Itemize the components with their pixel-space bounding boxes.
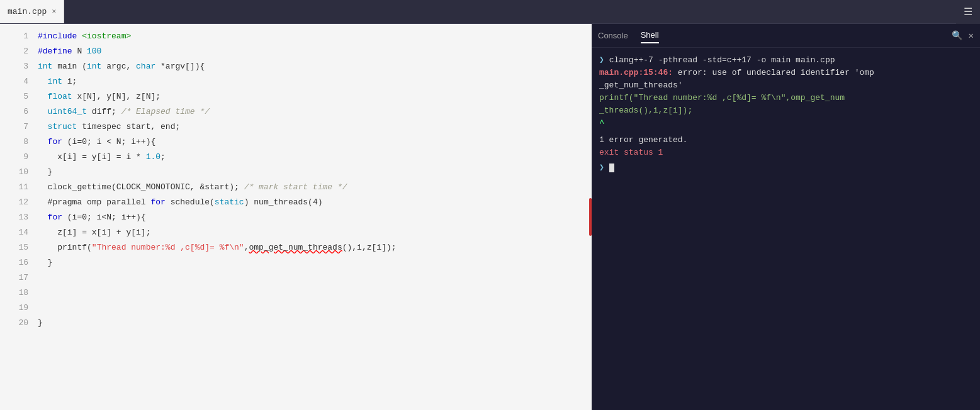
terminal-tabs-bar: Console Shell 🔍 ✕ xyxy=(592,24,980,48)
caret-indicator: ^ xyxy=(599,118,604,128)
code-snippet-2: _threads(),i,z[i]); xyxy=(599,106,692,115)
line-number-4: 4 xyxy=(6,74,28,89)
line-number-19: 19 xyxy=(6,301,28,316)
terminal-error-line2: _get_num_threads' xyxy=(599,79,972,92)
main-area: 1234567891011121314151617181920 #include… xyxy=(0,24,980,410)
editor-panel: 1234567891011121314151617181920 #include… xyxy=(0,24,592,410)
code-line-10: } xyxy=(35,165,592,180)
error-location: main.cpp:15:46: xyxy=(599,68,673,77)
tab-bar: main.cpp ✕ ☰ xyxy=(0,0,980,24)
error-count-text: 1 error generated. xyxy=(599,135,687,145)
prompt-char: ❯ xyxy=(599,55,609,65)
line-number-11: 11 xyxy=(6,180,28,195)
code-line-16: } xyxy=(35,255,592,270)
line-number-13: 13 xyxy=(6,210,28,225)
command-text: clang++-7 -pthread -std=c++17 -o main ma… xyxy=(609,55,835,65)
code-line-6: uint64_t diff; /* Elapsed time */ xyxy=(35,104,592,119)
code-line-1: #include <iostream> xyxy=(35,29,592,44)
terminal-body[interactable]: ❯ clang++-7 -pthread -std=c++17 -o main … xyxy=(592,48,980,410)
line-number-10: 10 xyxy=(6,165,28,180)
code-line-18 xyxy=(35,285,592,301)
line-number-20: 20 xyxy=(6,316,28,331)
terminal-panel: Console Shell 🔍 ✕ ❯ clang++-7 -pthread -… xyxy=(592,24,980,410)
code-line-5: float x[N], y[N], z[N]; xyxy=(35,89,592,104)
terminal-error-line: main.cpp:15:46: error: use of undeclared… xyxy=(599,67,972,79)
code-line-3: int main (int argc, char *argv[]){ xyxy=(35,59,592,74)
scroll-indicator xyxy=(589,198,592,236)
menu-icon: ☰ xyxy=(964,6,972,18)
new-prompt-char: ❯ xyxy=(599,163,609,172)
code-line-2: #define N 100 xyxy=(35,44,592,59)
term-icons: 🔍 ✕ xyxy=(952,30,974,41)
line-number-18: 18 xyxy=(6,285,28,301)
terminal-new-prompt-line: ❯ xyxy=(599,162,972,174)
terminal-caret-line: ^ xyxy=(599,117,972,130)
code-snippet-1: printf("Thread number:%d ,c[%d]= %f\n",o… xyxy=(599,93,845,102)
exit-status-text: exit status 1 xyxy=(599,148,663,157)
terminal-exit-line: exit status 1 xyxy=(599,147,972,159)
tab-console[interactable]: Console xyxy=(598,28,628,43)
line-number-2: 2 xyxy=(6,44,28,59)
code-line-19 xyxy=(35,301,592,316)
line-number-6: 6 xyxy=(6,104,28,119)
code-area[interactable]: #include <iostream>#define N 100int main… xyxy=(35,24,592,410)
terminal-code-line2: _threads(),i,z[i]); xyxy=(599,104,972,117)
error-type: error: use of undeclared identifier 'omp xyxy=(673,68,874,77)
line-number-3: 3 xyxy=(6,59,28,74)
code-line-8: for (i=0; i < N; i++){ xyxy=(35,135,592,150)
terminal-code-line1: printf("Thread number:%d ,c[%d]= %f\n",o… xyxy=(599,92,972,104)
code-line-17 xyxy=(35,270,592,285)
tab-shell[interactable]: Shell xyxy=(641,28,659,43)
code-line-20: } xyxy=(35,316,592,331)
tab-close-icon[interactable]: ✕ xyxy=(52,8,56,15)
code-line-15: printf("Thread number:%d ,c[%d]= %f\n",o… xyxy=(35,240,592,255)
terminal-error-count-line: 1 error generated. xyxy=(599,134,972,147)
code-line-11: clock_gettime(CLOCK_MONOTONIC, &start); … xyxy=(35,180,592,195)
line-number-8: 8 xyxy=(6,135,28,150)
terminal-cursor xyxy=(609,163,614,172)
code-line-4: int i; xyxy=(35,74,592,89)
line-number-14: 14 xyxy=(6,225,28,240)
menu-icon-button[interactable]: ☰ xyxy=(956,0,980,24)
code-line-12: #pragma omp parallel for schedule(static… xyxy=(35,195,592,210)
line-number-7: 7 xyxy=(6,119,28,135)
code-line-7: struct timespec start, end; xyxy=(35,119,592,135)
error-ident: _get_num_threads' xyxy=(599,80,683,90)
line-number-1: 1 xyxy=(6,29,28,44)
line-number-12: 12 xyxy=(6,195,28,210)
search-icon[interactable]: 🔍 xyxy=(952,30,962,41)
code-line-13: for (i=0; i<N; i++){ xyxy=(35,210,592,225)
code-line-9: x[i] = y[i] = i * 1.0; xyxy=(35,150,592,165)
line-number-17: 17 xyxy=(6,270,28,285)
line-number-9: 9 xyxy=(6,150,28,165)
editor-content[interactable]: 1234567891011121314151617181920 #include… xyxy=(0,24,592,410)
code-line-14: z[i] = x[i] + y[i]; xyxy=(35,225,592,240)
terminal-command-line: ❯ clang++-7 -pthread -std=c++17 -o main … xyxy=(599,54,972,67)
line-numbers: 1234567891011121314151617181920 xyxy=(0,24,35,410)
line-number-16: 16 xyxy=(6,255,28,270)
tab-label: main.cpp xyxy=(8,7,47,16)
close-icon[interactable]: ✕ xyxy=(969,30,974,41)
line-number-5: 5 xyxy=(6,89,28,104)
tab-main-cpp[interactable]: main.cpp ✕ xyxy=(0,0,64,23)
line-number-15: 15 xyxy=(6,240,28,255)
